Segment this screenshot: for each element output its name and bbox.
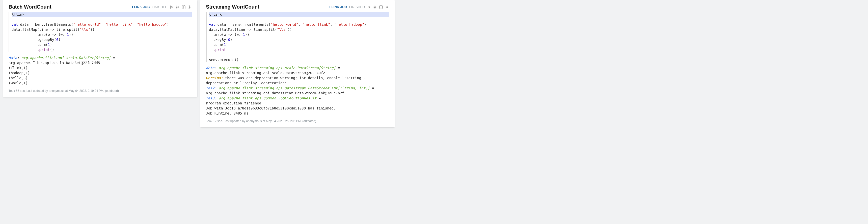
code-content: %flink val data = benv.fromElements("hel… [11,12,192,52]
code-editor[interactable]: %flink val data = benv.fromElements("hel… [8,12,192,52]
paragraph-batch: Batch WordCount FLINK JOB FINISHED [3,0,197,97]
gutter [206,12,207,62]
paragraph-title: Streaming WordCount [206,4,259,10]
book-icon[interactable] [182,5,186,9]
settings-button[interactable] [188,5,192,9]
paragraph-footer: Took 56 sec. Last updated by anonymous a… [8,89,192,93]
paragraph-toolbar: FLINK JOB FINISHED [328,5,389,9]
settings-button[interactable] [385,5,389,9]
svg-marker-3 [170,6,173,8]
flink-job-label: FLINK JOB [132,5,150,9]
svg-point-9 [386,6,388,7]
output-block: data: org.apache.flink.api.scala.DataSet… [8,55,192,86]
paragraph-streaming: Streaming WordCount FLINK JOB FINISHED [200,0,395,127]
status-badge: FINISHED [152,5,167,9]
code-content: %flink val data = senv.fromElements("hel… [209,12,389,62]
flink-job-label: FLINK JOB [329,5,347,9]
paragraph-toolbar: FLINK JOB FINISHED [130,5,192,9]
run-button[interactable] [169,5,174,9]
paragraph-title: Batch WordCount [8,4,52,10]
paragraph-header: Streaming WordCount FLINK JOB FINISHED [206,4,389,10]
svg-marker-8 [368,6,370,8]
svg-point-4 [189,6,190,7]
flink-job-link[interactable]: FLINK JOB [130,5,150,9]
book-icon[interactable] [379,5,383,9]
hide-output-button[interactable] [373,5,377,9]
paragraph-footer: Took 12 sec. Last updated by anonymous a… [206,119,389,123]
hide-output-button[interactable] [176,5,180,9]
code-editor[interactable]: %flink val data = senv.fromElements("hel… [206,12,389,62]
output-block: data: org.apache.flink.streaming.api.sca… [206,65,389,116]
flink-job-link[interactable]: FLINK JOB [328,5,347,9]
paragraph-header: Batch WordCount FLINK JOB FINISHED [8,4,192,10]
gutter [8,12,9,52]
status-badge: FINISHED [349,5,365,9]
run-button[interactable] [367,5,371,9]
